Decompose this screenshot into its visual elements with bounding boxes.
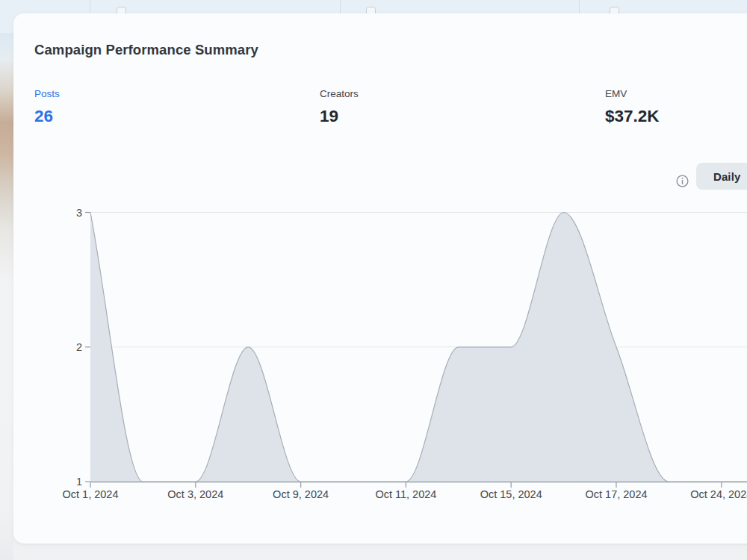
x-axis-tick-label: Oct 17, 2024 [585, 488, 647, 500]
x-axis-tick-label: Oct 11, 2024 [375, 488, 436, 500]
x-axis-tick-label: Oct 15, 2024 [480, 488, 542, 500]
y-axis-tick-label: 2 [76, 341, 82, 353]
x-axis-tick-label: Oct 1, 2024 [63, 488, 119, 500]
y-axis-tick-label: 1 [76, 476, 82, 488]
x-axis-tick-label: Oct 3, 2024 [167, 488, 223, 500]
x-axis-tick-label: Oct 24, 2024 [690, 488, 747, 500]
posts-area-chart[interactable]: 123Oct 1, 2024Oct 3, 2024Oct 9, 2024Oct … [0, 0, 747, 560]
y-axis-tick-label: 3 [76, 207, 82, 219]
x-axis-tick-label: Oct 9, 2024 [273, 488, 329, 500]
